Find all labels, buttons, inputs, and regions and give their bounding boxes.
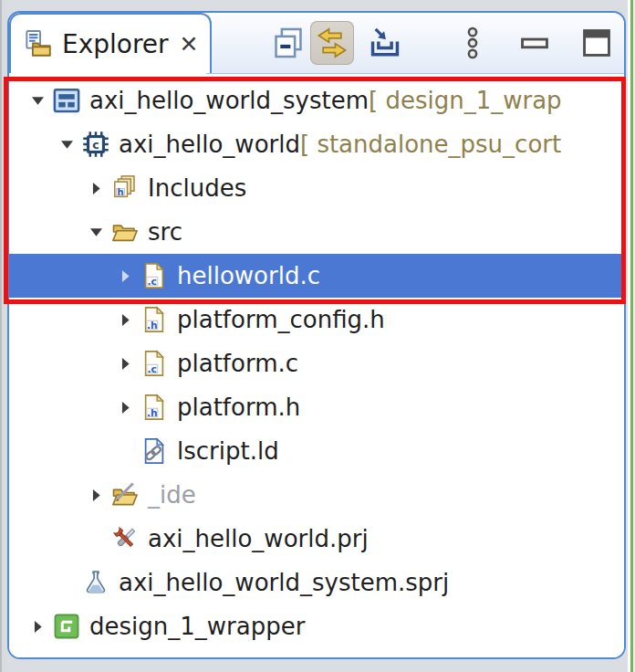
tree-item-helloworld.c[interactable]: .chelloworld.c <box>9 254 624 298</box>
system-project-file-icon <box>82 569 109 596</box>
minimize-button[interactable] <box>513 21 557 65</box>
platform-project-icon <box>53 613 80 640</box>
includes-icon: h <box>111 174 139 202</box>
project-file-icon <box>111 525 139 552</box>
tree-item-label: axi_hello_world_system.sprj <box>119 569 449 596</box>
svg-text:h: h <box>117 187 123 197</box>
view-menu-button[interactable] <box>451 21 494 65</box>
ide-folder-icon <box>111 481 139 509</box>
workbench-background: Explorer ✕ axi_hello_world_system [ desi… <box>0 0 635 672</box>
tree-item-label: platform.c <box>177 350 298 377</box>
tree-item-label: platform.h <box>177 394 300 421</box>
h-file-icon: .h <box>141 394 168 421</box>
collapse-arrow-icon[interactable] <box>22 92 53 110</box>
tree-item-label: src <box>148 218 182 246</box>
link-with-editor-icon <box>315 26 349 60</box>
expand-arrow-icon[interactable] <box>109 355 141 373</box>
tree-item-label: lscript.ld <box>177 437 279 465</box>
collapse-arrow-icon[interactable] <box>80 224 111 241</box>
expand-arrow-icon[interactable] <box>80 180 111 197</box>
import-button[interactable] <box>363 21 407 65</box>
explorer-view-panel: Explorer ✕ axi_hello_world_system [ desi… <box>7 11 626 659</box>
expand-arrow-icon[interactable] <box>22 618 53 635</box>
tree-item-label: platform_config.h <box>177 306 385 333</box>
tree-item-label: axi_hello_world <box>119 131 300 158</box>
tree-item-platform.c[interactable]: .cplatform.c <box>9 341 624 385</box>
svg-text:c: c <box>92 138 99 152</box>
arrow-into-tray-icon <box>368 26 402 60</box>
view-menu-icon <box>455 26 490 60</box>
h-file-icon: .h <box>141 306 168 333</box>
application-project-icon: c <box>82 131 109 158</box>
tree-item-Includes[interactable]: hIncludes <box>9 166 624 210</box>
svg-text:.c: .c <box>148 276 157 288</box>
collapse-arrow-icon[interactable] <box>51 136 82 153</box>
svg-text:.h: .h <box>147 407 158 419</box>
view-header <box>206 13 624 74</box>
expand-arrow-icon[interactable] <box>109 268 141 285</box>
svg-text:.c: .c <box>148 363 157 375</box>
c-file-icon: .c <box>141 350 168 377</box>
expand-arrow-icon[interactable] <box>80 487 111 504</box>
tree-item-axi_hello_world.prj[interactable]: axi_hello_world.prj <box>9 517 624 561</box>
tree-item-axi_hello_world_system.sprj[interactable]: axi_hello_world_system.sprj <box>9 561 624 604</box>
tab-close-icon[interactable]: ✕ <box>180 31 199 58</box>
tree-item-suffix: [ standalone_psu_cort <box>300 131 561 158</box>
tree-item-axi_hello_world[interactable]: caxi_hello_world [ standalone_psu_cort <box>9 122 624 166</box>
tree-item-platform.h[interactable]: .hplatform.h <box>9 385 624 429</box>
explorer-tab[interactable]: Explorer ✕ <box>9 13 212 73</box>
tree-item-src[interactable]: src <box>9 210 624 254</box>
adjacent-view-edge <box>628 0 635 672</box>
tree-item-label: helloworld.c <box>177 262 320 289</box>
tree-item-label: design_1_wrapper <box>89 613 305 640</box>
system-project-icon <box>53 87 80 114</box>
link-with-editor-button[interactable] <box>310 21 354 65</box>
tree-item-suffix: [ design_1_wrap <box>369 87 562 114</box>
c-file-icon: .c <box>141 262 168 289</box>
project-tree: axi_hello_world_system [ design_1_wrapca… <box>9 73 624 657</box>
explorer-icon <box>24 29 53 58</box>
tab-label: Explorer <box>62 29 169 59</box>
tree-item-label: Includes <box>148 174 246 202</box>
tree-item-lscript.ld[interactable]: lscript.ld <box>9 429 624 473</box>
tree-item-platform_config.h[interactable]: .hplatform_config.h <box>9 298 624 341</box>
maximize-icon <box>579 26 614 60</box>
tree-item-design_1_wrapper[interactable]: design_1_wrapper <box>9 604 624 648</box>
collapse-all-button[interactable] <box>266 21 310 65</box>
linker-script-icon <box>141 437 168 465</box>
left-sash[interactable] <box>0 0 7 672</box>
tree-item-label: axi_hello_world.prj <box>148 525 369 552</box>
tree-item-label: _ide <box>148 481 196 509</box>
maximize-button[interactable] <box>575 21 619 65</box>
tree-item-axi_hello_world_system[interactable]: axi_hello_world_system [ design_1_wrap <box>9 79 624 122</box>
minimize-icon <box>517 26 552 60</box>
collapse-all-icon <box>271 26 306 60</box>
svg-text:.h: .h <box>147 320 158 331</box>
expand-arrow-icon[interactable] <box>109 399 141 416</box>
tree-item-label: axi_hello_world_system <box>89 87 369 114</box>
tree-item-_ide[interactable]: _ide <box>9 473 624 517</box>
view-toolbar <box>206 13 624 73</box>
expand-arrow-icon[interactable] <box>109 311 141 329</box>
open-folder-icon <box>111 218 139 246</box>
